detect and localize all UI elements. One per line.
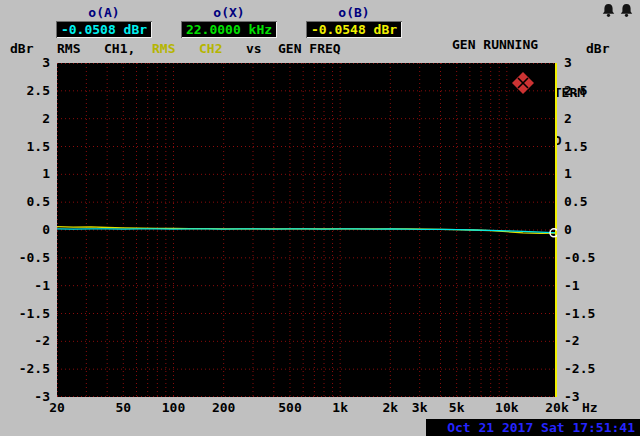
readout-x-label: o(X) xyxy=(181,5,277,20)
analyzer-screen: o(A) -0.0508 dBr o(X) 22.0000 kHz o(B) -… xyxy=(0,0,640,436)
y-tick-label: 2.5 xyxy=(564,83,608,99)
readout-a-label: o(A) xyxy=(56,5,152,20)
y-tick-label: -1 xyxy=(564,278,608,294)
y-tick-label: -1.5 xyxy=(6,306,50,322)
x-source-label: GEN FREQ xyxy=(278,41,341,57)
x-tick-label: 1k xyxy=(332,400,348,416)
y-tick-label: 0.5 xyxy=(6,194,50,210)
x-tick-label: 5k xyxy=(449,400,465,416)
y-tick-label: -2 xyxy=(564,333,608,349)
vs-label: vs xyxy=(246,41,262,57)
y-tick-label: -2.5 xyxy=(564,361,608,377)
readout-b-value: -0.0548 dBr xyxy=(311,22,397,37)
y-tick-label: -3 xyxy=(564,389,608,405)
ch1-name-label: CH1, xyxy=(104,41,135,57)
y-tick-label: 0 xyxy=(564,222,608,238)
y-tick-label: -3 xyxy=(6,389,50,405)
y-tick-label: 1.5 xyxy=(564,139,608,155)
readout-x-value: 22.0000 kHz xyxy=(186,22,272,37)
ch1-detector-label: RMS xyxy=(57,41,80,57)
y-tick-label: 2 xyxy=(564,111,608,127)
x-tick-label: 20 xyxy=(49,400,65,416)
x-tick-label: 2k xyxy=(383,400,399,416)
ch2-name-label: CH2 xyxy=(199,41,222,57)
ch2-detector-label: RMS xyxy=(152,41,175,57)
x-tick-label: 500 xyxy=(278,400,301,416)
y-tick-label: -1 xyxy=(6,278,50,294)
bell-icon xyxy=(601,3,616,18)
plot-area[interactable] xyxy=(57,63,557,397)
sweep-graph xyxy=(57,63,557,397)
alarm-icons xyxy=(601,3,634,18)
y-tick-label: -2 xyxy=(6,333,50,349)
y-tick-label: 3 xyxy=(6,55,50,71)
y-tick-label: 0 xyxy=(6,222,50,238)
y-tick-label: 0.5 xyxy=(564,194,608,210)
readout-a-value: -0.0508 dBr xyxy=(61,22,147,37)
y-tick-label: -2.5 xyxy=(6,361,50,377)
readout-channel-a: o(A) -0.0508 dBr xyxy=(56,5,152,38)
readout-a-value-box: -0.0508 dBr xyxy=(56,21,152,38)
x-tick-label: 200 xyxy=(212,400,235,416)
y-tick-label: -0.5 xyxy=(564,250,608,266)
y-tick-label: 1.5 xyxy=(6,139,50,155)
readout-b-value-box: -0.0548 dBr xyxy=(306,21,402,38)
readout-generator-freq: o(X) 22.0000 kHz xyxy=(181,5,277,38)
status-generator: GEN RUNNING xyxy=(452,37,585,53)
readout-b-label: o(B) xyxy=(306,5,402,20)
x-tick-label: 3k xyxy=(412,400,428,416)
bell-icon xyxy=(619,3,634,18)
x-tick-label: 20k xyxy=(545,400,568,416)
y-tick-label: 1 xyxy=(6,166,50,182)
y-tick-label: -0.5 xyxy=(6,250,50,266)
y-tick-label: 1 xyxy=(564,166,608,182)
datetime-bar: Oct 21 2017 Sat 17:51:41 xyxy=(426,419,640,436)
y-tick-label: 2.5 xyxy=(6,83,50,99)
x-tick-label: 50 xyxy=(115,400,131,416)
datetime: Oct 21 2017 Sat 17:51:41 xyxy=(447,420,635,435)
y-tick-label: 2 xyxy=(6,111,50,127)
readout-channel-b: o(B) -0.0548 dBr xyxy=(306,5,402,38)
x-tick-label: 100 xyxy=(162,400,185,416)
y-tick-label: -1.5 xyxy=(564,306,608,322)
y-tick-label: 3 xyxy=(564,55,608,71)
readout-x-value-box: 22.0000 kHz xyxy=(181,21,277,38)
x-tick-label: 10k xyxy=(495,400,518,416)
